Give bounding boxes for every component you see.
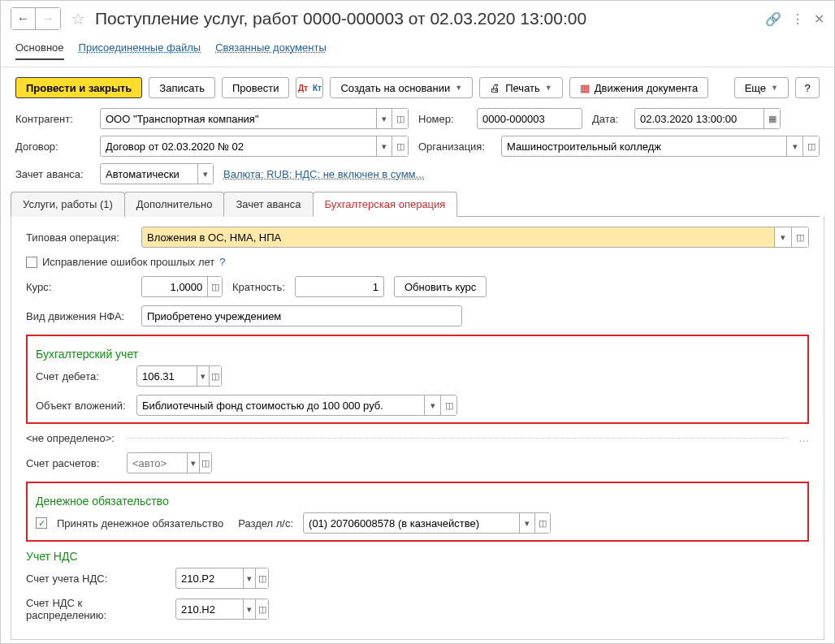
operation-type-input[interactable] (142, 227, 774, 247)
more-button[interactable]: Еще▼ (734, 77, 789, 98)
link-icon[interactable]: 🔗 (765, 11, 781, 27)
report-icon: ▦ (580, 82, 590, 94)
dropdown-icon[interactable]: ▾ (786, 136, 803, 156)
accounting-title: Бухгалтерский учет (36, 348, 799, 361)
date-input[interactable] (635, 109, 764, 128)
tab-advance-offset[interactable]: Зачет аванса (223, 192, 313, 217)
vat-distribution-label: Счет НДС к распределению: (26, 597, 166, 621)
dropdown-icon[interactable]: ▾ (243, 568, 256, 588)
open-icon[interactable]: ◫ (440, 395, 456, 415)
settlement-account-label: Счет расчетов: (26, 457, 117, 469)
open-icon[interactable]: ◫ (392, 136, 408, 156)
advance-label: Зачет аванса: (15, 168, 90, 180)
open-icon[interactable]: ◫ (255, 599, 268, 619)
rate-input[interactable] (142, 277, 207, 296)
number-input[interactable] (478, 109, 582, 128)
counterparty-input[interactable] (101, 109, 376, 128)
tab-services[interactable]: Услуги, работы (1) (11, 192, 125, 217)
money-obligation-title: Денежное обязательство (36, 495, 799, 508)
currency-link[interactable]: Валюта: RUB; НДС: не включен в сумм... (223, 168, 424, 180)
undefined-label: <не определено>: (26, 432, 117, 444)
nfa-input[interactable] (142, 306, 461, 326)
section-label: Раздел л/с: (238, 517, 293, 529)
ellipsis-icon[interactable]: … (798, 432, 809, 444)
debit-account-input[interactable] (137, 366, 197, 386)
tab-files[interactable]: Присоединенные файлы (79, 37, 201, 60)
help-hint-icon[interactable]: ? (219, 256, 225, 268)
update-rate-button[interactable]: Обновить курс (394, 276, 487, 297)
section-input[interactable] (304, 513, 519, 533)
movements-button[interactable]: ▦Движения документа (569, 77, 708, 98)
open-icon[interactable]: ◫ (209, 366, 221, 386)
contract-label: Договор: (15, 140, 90, 153)
mult-input[interactable] (296, 277, 383, 296)
help-button[interactable]: ? (795, 77, 820, 98)
tab-main[interactable]: Основное (15, 37, 64, 60)
post-and-close-button[interactable]: Провести и закрыть (15, 77, 142, 98)
dropdown-icon[interactable]: ▾ (197, 164, 213, 184)
open-icon[interactable]: ◫ (791, 227, 808, 247)
page-title: Поступление услуг, работ 0000-000003 от … (95, 9, 586, 28)
settlement-account-input[interactable] (128, 453, 187, 473)
back-button[interactable]: ← (11, 8, 36, 29)
create-based-button[interactable]: Создать на основании▼ (330, 77, 473, 98)
calendar-icon[interactable]: ▦ (764, 109, 780, 128)
dropdown-icon[interactable]: ▾ (197, 366, 209, 386)
fix-errors-checkbox[interactable] (26, 257, 37, 268)
dropdown-icon[interactable]: ▾ (774, 227, 791, 247)
investment-object-label: Объект вложений: (36, 400, 127, 412)
open-icon[interactable]: ◫ (207, 277, 222, 296)
vat-title: Учет НДС (26, 550, 809, 563)
number-label: Номер: (418, 113, 467, 125)
kebab-menu-icon[interactable]: ⋮ (791, 11, 804, 27)
rate-label: Курс: (26, 281, 132, 293)
vat-account-label: Счет учета НДС: (26, 573, 166, 585)
printer-icon: 🖨 (490, 82, 500, 94)
investment-object-input[interactable] (137, 395, 424, 415)
contract-input[interactable] (101, 136, 376, 156)
tab-accounting-op[interactable]: Бухгалтерская операция (313, 192, 458, 217)
vat-account-input[interactable] (176, 568, 243, 588)
counterparty-label: Контрагент: (15, 113, 90, 125)
org-label: Организация: (418, 140, 491, 153)
vat-distribution-input[interactable] (176, 599, 243, 619)
org-input[interactable] (502, 136, 786, 156)
post-button[interactable]: Провести (222, 77, 290, 98)
nav-buttons: ← → (11, 7, 61, 30)
accept-money-checkbox[interactable]: ✓ (36, 517, 47, 529)
dropdown-icon[interactable]: ▾ (376, 109, 392, 128)
open-icon[interactable]: ◫ (392, 109, 408, 128)
dropdown-icon[interactable]: ▾ (243, 599, 256, 619)
operation-type-label: Типовая операция: (26, 231, 132, 244)
tab-additional[interactable]: Дополнительно (124, 192, 225, 217)
open-icon[interactable]: ◫ (534, 513, 550, 533)
print-button[interactable]: 🖨Печать▼ (479, 77, 563, 98)
accept-money-label: Принять денежное обязательство (57, 517, 223, 529)
date-label: Дата: (592, 113, 625, 125)
money-obligation-section: Денежное обязательство ✓ Принять денежно… (26, 482, 809, 542)
save-button[interactable]: Записать (149, 77, 215, 98)
open-icon[interactable]: ◫ (803, 136, 819, 156)
dt-kt-button[interactable]: ДтКт (296, 77, 323, 98)
close-icon[interactable]: ✕ (814, 11, 824, 27)
open-icon[interactable]: ◫ (199, 453, 211, 473)
accounting-section: Бухгалтерский учет Счет дебета: ▾◫ Объек… (26, 335, 809, 424)
tab-related[interactable]: Связанные документы (215, 37, 327, 60)
favorite-star-icon[interactable]: ☆ (71, 9, 85, 28)
advance-input[interactable] (101, 164, 197, 184)
fix-errors-label: Исправление ошибок прошлых лет (42, 256, 214, 268)
dropdown-icon[interactable]: ▾ (187, 453, 199, 473)
dropdown-icon[interactable]: ▾ (519, 513, 534, 533)
mult-label: Кратность: (232, 281, 285, 293)
dropdown-icon[interactable]: ▾ (376, 136, 392, 156)
forward-button[interactable]: → (36, 8, 60, 29)
dropdown-icon[interactable]: ▾ (424, 395, 440, 415)
open-icon[interactable]: ◫ (255, 568, 268, 588)
debit-account-label: Счет дебета: (36, 370, 127, 383)
nfa-label: Вид движения НФА: (26, 310, 132, 322)
